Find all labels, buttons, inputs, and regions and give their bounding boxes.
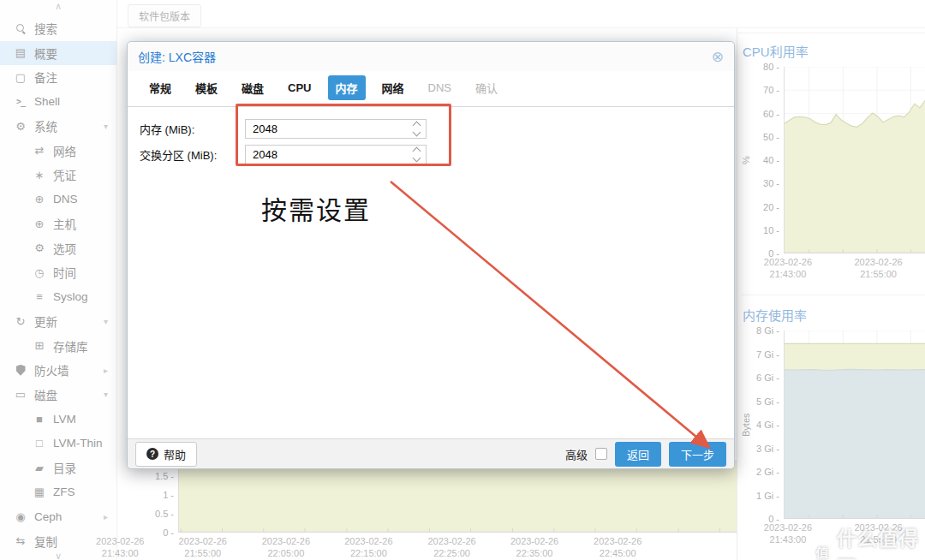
dialog-title: 创建: LXC容器 [138,48,712,65]
next-button[interactable]: 下一步 [669,442,726,467]
tab-DNS: DNS [421,77,459,98]
tab-磁盘[interactable]: 磁盘 [234,75,272,100]
number-input[interactable] [246,148,391,161]
tab-内存[interactable]: 内存 [328,75,366,100]
spinner-icons[interactable] [414,148,420,161]
tab-常规[interactable]: 常规 [141,75,179,100]
dialog-header: 创建: LXC容器 ⊗ [128,42,734,71]
spinner-icons[interactable] [414,122,420,135]
help-button[interactable]: ? 帮助 [135,442,197,467]
field-label: 交换分区 (MiB): [140,146,245,163]
advanced-label: 高级 [565,446,588,462]
dialog-body: 内存 (MiB):交换分区 (MiB): [128,107,734,438]
create-lxc-dialog: 创建: LXC容器 ⊗ 常规模板磁盘CPU内存网络DNS确认 内存 (MiB):… [127,41,735,469]
back-button[interactable]: 返回 [615,442,661,467]
close-icon[interactable]: ⊗ [712,50,724,64]
help-icon: ? [146,448,158,460]
number-field [245,145,427,164]
help-button-label: 帮助 [164,446,186,462]
field-label: 内存 (MiB): [140,121,245,137]
proxmox-screen: ∧ 搜索▤概要▢备注>_Shell⚙系统▾⇄网络∗凭证⊕DNS⊕主机⚙选项◷时间… [0,0,925,560]
tab-CPU[interactable]: CPU [280,77,319,98]
field-row: 交换分区 (MiB): [140,144,722,164]
dialog-footer: ? 帮助 高级 返回 下一步 [128,438,734,468]
advanced-checkbox[interactable] [595,448,607,460]
tab-确认: 确认 [468,75,505,100]
number-input[interactable] [246,122,391,135]
field-row: 内存 (MiB): [140,118,722,139]
number-field [245,119,427,139]
tab-模板[interactable]: 模板 [188,75,225,100]
dialog-tab-bar: 常规模板磁盘CPU内存网络DNS确认 [128,71,734,107]
tab-网络[interactable]: 网络 [374,75,412,100]
